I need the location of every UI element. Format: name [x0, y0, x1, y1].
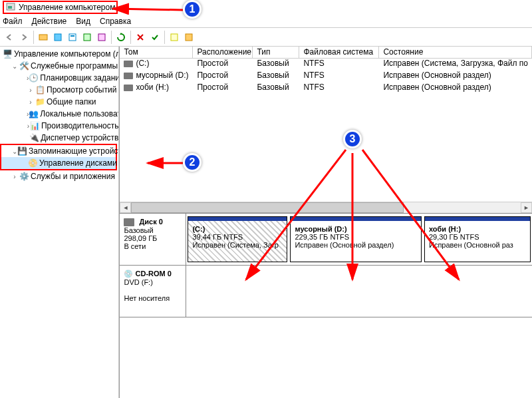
disk-row: Диск 0 Базовый 298,09 ГБ В сети (C:) 39,… [120, 214, 532, 266]
menu-action[interactable]: Действие [32, 17, 67, 26]
cdrom-icon: 💿 [124, 270, 133, 278]
tree-device-manager[interactable]: 🔌Диспетчер устройств [0, 132, 118, 144]
volume-list: Том Расположение Тип Файловая система Со… [120, 47, 532, 213]
partition-c[interactable]: (C:) 39,44 ГБ NTFS Исправен (Система, За… [188, 216, 287, 262]
storage-icon: 💾 [17, 146, 27, 156]
collapse-icon[interactable]: ⌄ [11, 63, 19, 70]
annotation-badge-1: 1 [183, 0, 201, 19]
tree-disk-management[interactable]: 📀 Управление дисками [1, 157, 116, 169]
disk-label[interactable]: Диск 0 Базовый 298,09 ГБ В сети [120, 214, 186, 265]
collapse-icon[interactable]: ⌄ [12, 148, 17, 155]
title-bar: Управление компьютером [0, 0, 532, 15]
main-panel: Том Расположение Тип Файловая система Со… [119, 47, 532, 398]
tree-shared-folders[interactable]: ›📁Общие папки [0, 96, 118, 108]
svg-rect-5 [70, 35, 74, 37]
tree-system-tools[interactable]: ⌄ 🛠️ Служебные программы [0, 60, 118, 72]
disk-graphical-view: Диск 0 Базовый 298,09 ГБ В сети (C:) 39,… [120, 213, 532, 398]
delete-button[interactable] [134, 31, 147, 44]
tb-icon-2[interactable] [51, 31, 65, 44]
tb-icon-4[interactable] [80, 31, 94, 44]
scroll-thumb[interactable] [131, 202, 404, 213]
perf-icon: 📊 [30, 120, 40, 131]
tree-task-scheduler[interactable]: ›🕒Планировщик заданий [0, 72, 118, 84]
svg-rect-2 [39, 35, 47, 40]
tree-services-apps[interactable]: › ⚙️ Службы и приложения [0, 170, 118, 182]
volume-row[interactable]: хоби (H:) Простой Базовый NTFS Исправен … [120, 83, 532, 95]
disk-row: 💿 CD-ROM 0 DVD (F:) Нет носителя [120, 266, 532, 317]
tb-icon-5[interactable] [95, 31, 108, 44]
svg-rect-9 [186, 34, 192, 41]
scroll-right-icon[interactable]: ► [521, 202, 532, 213]
scroll-left-icon[interactable]: ◄ [120, 202, 131, 213]
svg-rect-7 [98, 34, 105, 41]
menu-view[interactable]: Вид [76, 17, 90, 26]
svg-rect-1 [8, 6, 12, 9]
tb-icon-6[interactable] [168, 31, 181, 44]
clock-icon: 🕒 [29, 73, 39, 83]
window-title: Управление компьютером [19, 3, 115, 12]
volume-list-header: Том Расположение Тип Файловая система Со… [120, 47, 532, 59]
tb-icon-1[interactable] [37, 31, 50, 44]
col-volume[interactable]: Том [120, 47, 193, 58]
annotation-badge-3: 3 [343, 130, 362, 148]
menu-help[interactable]: Справка [100, 17, 131, 26]
partition-h[interactable]: хоби (H:) 29,30 ГБ NTFS Исправен (Основн… [424, 216, 531, 262]
col-state[interactable]: Состояние [379, 47, 532, 58]
tb-icon-7[interactable] [182, 31, 196, 44]
drive-icon [124, 85, 133, 91]
app-icon [5, 2, 16, 13]
forward-button[interactable] [17, 31, 31, 44]
tree-local-users[interactable]: ›👥Локальные пользовате [0, 108, 118, 120]
menu-bar: Файл Действие Вид Справка [0, 15, 532, 28]
col-layout[interactable]: Расположение [193, 47, 253, 58]
col-fs[interactable]: Файловая система [299, 47, 379, 58]
svg-rect-4 [69, 34, 76, 41]
tb-icon-3[interactable] [66, 31, 79, 44]
partition-d[interactable]: мусорный (D:) 229,35 ГБ NTFS Исправен (О… [290, 216, 422, 262]
computer-icon: 🖥️ [3, 49, 13, 59]
disk-icon: 📀 [28, 158, 38, 168]
menu-file[interactable]: Файл [3, 17, 23, 26]
svg-rect-6 [84, 34, 90, 41]
volume-row[interactable]: (C:) Простой Базовый NTFS Исправен (Сист… [120, 59, 532, 71]
volume-row[interactable]: мусорный (D:) Простой Базовый NTFS Испра… [120, 71, 532, 83]
tools-icon: 🛠️ [19, 61, 29, 71]
disk-label[interactable]: 💿 CD-ROM 0 DVD (F:) Нет носителя [120, 266, 186, 317]
refresh-button[interactable] [114, 31, 128, 44]
drive-icon [124, 61, 133, 67]
annotation-badge-2: 2 [183, 153, 201, 172]
horizontal-scrollbar[interactable]: ◄ ► [120, 202, 532, 213]
device-icon: 🔌 [29, 132, 39, 143]
folder-icon: 📁 [35, 97, 45, 107]
svg-rect-8 [171, 34, 178, 41]
event-icon: 📋 [35, 85, 45, 95]
back-button[interactable] [3, 31, 16, 44]
tree-event-viewer[interactable]: ›📋Просмотр событий [0, 84, 118, 96]
tree-performance[interactable]: ›📊Производительность [0, 120, 118, 132]
disk-icon [124, 218, 134, 226]
checkmark-button[interactable] [148, 31, 162, 44]
users-icon: 👥 [29, 108, 39, 119]
navigation-tree: 🖥️ Управление компьютером (л ⌄ 🛠️ Служеб… [0, 47, 119, 398]
toolbar [0, 28, 532, 47]
tree-root[interactable]: 🖥️ Управление компьютером (л [0, 48, 118, 60]
col-type[interactable]: Тип [253, 47, 299, 58]
drive-icon [124, 73, 133, 79]
services-icon: ⚙️ [19, 171, 29, 182]
svg-rect-3 [55, 34, 61, 41]
tree-storage[interactable]: ⌄ 💾 Запоминающие устройст [1, 145, 116, 157]
